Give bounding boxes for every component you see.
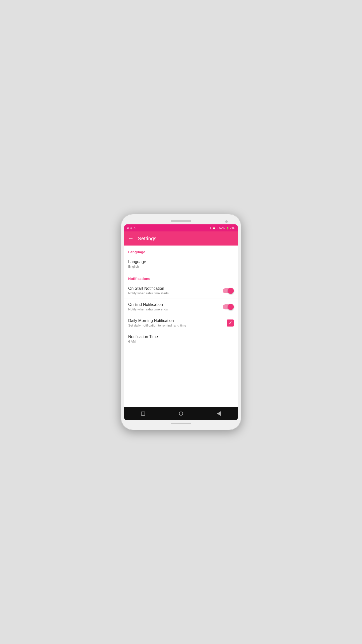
status-bar: 🖼 ◎ ⊙ ⊕ ⏰ ✕ 67% 🔋 7:02 (124, 224, 238, 231)
phone-home-indicator (171, 423, 191, 424)
phone-speaker (171, 220, 191, 222)
on-end-text: On End Notification Notify when rahu tim… (128, 302, 223, 311)
on-end-notification-item[interactable]: On End Notification Notify when rahu tim… (124, 299, 238, 315)
brightness-icon: ◎ (130, 227, 132, 229)
status-time: 7:02 (230, 226, 235, 229)
status-bar-right: ⊕ ⏰ ✕ 67% 🔋 7:02 (209, 226, 235, 229)
phone-top-bar (124, 218, 238, 224)
status-bar-left: 🖼 ◎ ⊙ (127, 227, 135, 229)
app-bar: ← Settings (124, 231, 238, 246)
settings-content: Language Language English Notifications … (124, 246, 238, 407)
language-item[interactable]: Language English (124, 256, 238, 272)
back-button[interactable]: ← (128, 236, 134, 241)
on-end-toggle[interactable] (223, 304, 234, 310)
language-section-header: Language (124, 246, 238, 256)
sync-icon: ⊕ (209, 227, 211, 229)
nav-circle-icon (179, 412, 183, 416)
daily-morning-checkbox[interactable]: ✓ (227, 319, 234, 327)
battery-icon: 🔋 (226, 227, 229, 229)
nav-back-button[interactable] (215, 410, 223, 417)
phone-screen: 🖼 ◎ ⊙ ⊕ ⏰ ✕ 67% 🔋 7:02 ← Settings Langua… (124, 224, 238, 420)
checkbox-check-icon: ✓ (229, 320, 232, 325)
daily-morning-title: Daily Morning Notification (128, 318, 227, 323)
nav-bar (124, 407, 238, 420)
language-title: Language (128, 260, 234, 264)
phone-bottom-bar (124, 420, 238, 426)
on-end-subtitle: Notify when rahu time ends (128, 307, 223, 311)
on-start-subtitle: Notify when rahu time starts (128, 291, 223, 295)
on-start-text: On Start Notification Notify when rahu t… (128, 286, 223, 295)
notification-time-item[interactable]: Notification Time 6 AM (124, 331, 238, 347)
on-start-toggle-thumb (228, 288, 234, 294)
vpn-icon: ⊙ (133, 227, 135, 229)
signal-icon: ✕ (216, 227, 218, 229)
page-title: Settings (138, 236, 157, 242)
notification-time-value: 6 AM (128, 340, 234, 343)
nav-recent-button[interactable] (139, 410, 147, 417)
on-start-toggle[interactable] (223, 288, 234, 294)
language-subtitle: English (128, 265, 234, 268)
daily-morning-subtitle: Set daily notification to remind rahu ti… (128, 324, 227, 327)
nav-home-button[interactable] (177, 410, 185, 417)
daily-morning-notification-item[interactable]: Daily Morning Notification Set daily not… (124, 315, 238, 331)
on-end-title: On End Notification (128, 302, 223, 307)
phone-camera (225, 220, 228, 223)
notifications-section-header: Notifications (124, 272, 238, 283)
alarm-icon: ⏰ (212, 227, 215, 229)
phone-frame: 🖼 ◎ ⊙ ⊕ ⏰ ✕ 67% 🔋 7:02 ← Settings Langua… (121, 214, 241, 430)
notification-time-text: Notification Time 6 AM (128, 335, 234, 343)
on-start-notification-item[interactable]: On Start Notification Notify when rahu t… (124, 283, 238, 299)
language-text: Language English (128, 260, 234, 268)
battery-percent: 67% (219, 226, 225, 229)
on-start-title: On Start Notification (128, 286, 223, 291)
photo-icon: 🖼 (127, 227, 129, 229)
on-end-toggle-thumb (228, 304, 234, 310)
daily-morning-text: Daily Morning Notification Set daily not… (128, 318, 227, 327)
nav-square-icon (141, 412, 145, 416)
notification-time-title: Notification Time (128, 335, 234, 339)
nav-triangle-icon (217, 411, 221, 416)
